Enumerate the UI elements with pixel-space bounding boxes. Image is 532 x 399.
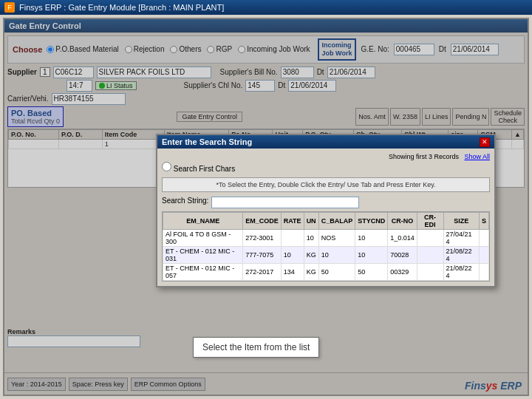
search-result-row[interactable]: ET - CHEM - 012 MIC - 031 777-7075 10 KG… <box>163 247 489 264</box>
col-s: S <box>479 213 488 230</box>
showing-label: Showing first 3 Records Show All <box>162 153 490 160</box>
dialog-body: Showing first 3 Records Show All Search … <box>157 149 494 286</box>
col-em-code: EM_CODE <box>243 213 282 230</box>
col-rate: RATE <box>281 213 304 230</box>
dialog-title-bar: Enter the Search String ✕ <box>157 135 494 149</box>
main-window: Gate Entry Control Choose P.O.Based Mate… <box>0 15 532 399</box>
col-em-name: EM_NAME <box>163 213 243 230</box>
search-string-input[interactable] <box>211 197 359 208</box>
dialog-options: Search First Chars <box>162 162 490 173</box>
gate-control-window: Gate Entry Control Choose P.O.Based Mate… <box>3 18 529 396</box>
instruction-text: Select the Item from the list <box>202 342 310 352</box>
search-header-row: EM_NAME EM_CODE RATE UN C_BALAP STYCND C… <box>163 213 489 230</box>
search-input-row: Search String: <box>162 197 490 208</box>
search-result-row[interactable]: ET - CHEM - 012 MIC - 057 272-2017 134 K… <box>163 264 489 281</box>
title-bar: F Finsys ERP : Gate Entry Module [Branch… <box>0 0 532 15</box>
col-cr-edi: CR-EDI <box>417 213 443 230</box>
col-c-balap: C_BALAP <box>318 213 355 230</box>
search-result-table: EM_NAME EM_CODE RATE UN C_BALAP STYCND C… <box>163 212 489 281</box>
dialog-instruction: *To Select the Entry, Double Click the E… <box>162 177 490 192</box>
search-result-row[interactable]: Al FOIL 4 TO 8 GSM - 300 272-3001 10 NOS… <box>163 230 489 247</box>
search-option-label: Search First Chars <box>162 162 235 173</box>
search-result-grid: EM_NAME EM_CODE RATE UN C_BALAP STYCND C… <box>162 211 490 282</box>
instruction-box: Select the Item from the list <box>193 337 319 358</box>
col-cr-no: CR-NO <box>388 213 417 230</box>
search-dialog: Enter the Search String ✕ Showing first … <box>156 134 496 287</box>
app-icon: F <box>4 2 15 13</box>
col-un: UN <box>304 213 318 230</box>
col-size-s: SIZE <box>443 213 479 230</box>
dialog-close-button[interactable]: ✕ <box>480 137 490 147</box>
col-stycnd: STYCND <box>355 213 388 230</box>
title-bar-label: Finsys ERP : Gate Entry Module [Branch :… <box>19 3 224 12</box>
search-string-label: Search String: <box>162 197 208 208</box>
dialog-title-label: Enter the Search String <box>162 137 252 146</box>
show-all-link[interactable]: Show All <box>464 153 490 160</box>
search-radio-1[interactable] <box>162 162 171 171</box>
